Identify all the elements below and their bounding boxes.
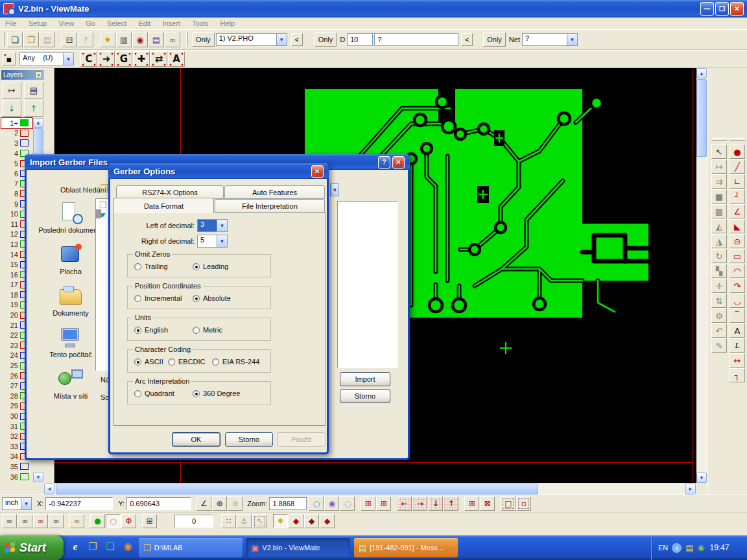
pad-select-icon[interactable]: ▪ — [3, 52, 16, 65]
radio-english[interactable]: English — [134, 326, 168, 334]
grid-value-input[interactable]: 0 — [174, 515, 213, 528]
select-g-tool[interactable]: G — [115, 51, 132, 67]
fill-pattern-tool[interactable]: ▩ — [711, 204, 727, 218]
film-tools-icon[interactable]: ▥ — [116, 32, 132, 47]
layers-panel-titlebar[interactable]: Layers x — [1, 70, 44, 80]
toolbar-grip[interactable] — [3, 32, 5, 47]
vertical-scroll-thumb[interactable] — [696, 79, 707, 157]
layer-table-icon[interactable]: ▤ — [24, 82, 43, 99]
close-icon[interactable]: ✕ — [311, 165, 324, 178]
help-icon[interactable]: ? — [378, 156, 390, 169]
grid-toggle-icon[interactable]: ⊞ — [376, 496, 391, 511]
chevron-down-icon[interactable]: ▼ — [567, 34, 577, 45]
close-icon[interactable]: ✕ — [392, 156, 405, 169]
select-cursor-tool[interactable]: ↖ — [711, 145, 727, 159]
layer-row[interactable]: 3 — [1, 138, 32, 148]
mirror-tool[interactable]: ◭ — [711, 219, 727, 233]
flip-tool[interactable]: ◮ — [711, 234, 727, 248]
minimize-button[interactable]: — — [700, 2, 714, 16]
menu-file[interactable]: File — [5, 19, 17, 27]
text-tool[interactable]: A — [729, 323, 745, 338]
board-edit-icon[interactable]: ⊠ — [480, 496, 495, 511]
tray-chevron-icon[interactable]: ‹ — [672, 543, 682, 553]
view-all-glasses-icon[interactable]: ∞ — [2, 514, 17, 528]
view-layer-glasses-icon[interactable]: ∞ — [18, 514, 32, 528]
cancel-button[interactable]: Storno — [225, 432, 273, 447]
only-dcode-toggle[interactable]: Only — [314, 32, 337, 47]
label-tool[interactable]: L — [729, 338, 745, 353]
palette-grip[interactable] — [711, 138, 727, 141]
close-icon[interactable]: x — [35, 71, 42, 78]
look-in-combobox-arrow[interactable]: ▼ — [330, 183, 339, 196]
move-points-tool[interactable]: ⇉ — [711, 174, 727, 189]
layer-row[interactable]: 35 — [1, 461, 32, 472]
icq-flower-icon[interactable]: ❀ — [698, 543, 705, 553]
explorer-folder-icon[interactable]: ❐ — [86, 539, 99, 554]
restore-button[interactable]: ❐ — [715, 2, 729, 16]
select-arrow-tool[interactable]: ➜ — [98, 51, 115, 67]
zoom-value-input[interactable]: 1.8868 — [269, 497, 307, 510]
task-viewmate[interactable]: ▣ V2.bin - ViewMate — [246, 538, 350, 557]
relative-origin-icon[interactable]: ⊕ — [228, 496, 243, 511]
chevron-down-icon[interactable]: ▼ — [276, 34, 287, 45]
menu-go[interactable]: Go — [86, 19, 95, 27]
radio-360-degree[interactable]: 360 Degree — [193, 390, 241, 397]
place-documents[interactable]: Dokumenty — [37, 285, 104, 318]
layer-color-swatch[interactable] — [20, 139, 29, 146]
layer-up-icon[interactable]: ↑ — [24, 100, 43, 117]
tile-windows-icon[interactable]: ⊞ — [142, 514, 157, 528]
new-file-icon[interactable]: ❏ — [7, 32, 23, 47]
zoom-in-icon[interactable]: ○ — [309, 496, 324, 511]
anchor-icon[interactable]: ⚓ — [237, 514, 252, 528]
layer-row[interactable]: 1+ — [1, 118, 32, 128]
settings-tool[interactable]: ⚙ — [711, 309, 727, 323]
scroll-down-icon[interactable]: ▼ — [696, 472, 707, 483]
menu-insert[interactable]: Insert — [162, 19, 180, 27]
ie-icon[interactable]: e — [69, 539, 82, 554]
draw-circle-tool[interactable]: ⊙ — [729, 234, 745, 248]
unit-combobox[interactable]: inch ▼ — [2, 497, 32, 510]
highlight-flash-icon[interactable]: ✷ — [100, 32, 115, 47]
draw-pad-s-icon[interactable]: ◆ — [304, 514, 319, 528]
measure-angle-icon[interactable]: ∠ — [196, 496, 211, 511]
chevron-down-icon[interactable]: ▼ — [331, 184, 338, 196]
draw-triangle-tool[interactable]: ◣ — [729, 219, 745, 233]
previous-dcode-button[interactable]: < — [461, 33, 473, 46]
chevron-down-icon[interactable]: ▼ — [217, 220, 227, 231]
radio-absolute[interactable]: Absolute — [193, 294, 231, 302]
film-colors-icon[interactable]: ▤ — [148, 32, 164, 47]
grid-origin-icon[interactable]: ⊞ — [361, 496, 375, 511]
undo-tool[interactable]: ↶ — [711, 323, 727, 338]
select-text-tool[interactable]: A — [168, 51, 185, 67]
draw-line-tool[interactable]: ╱ — [729, 159, 745, 174]
apply-button[interactable]: Použít — [277, 432, 326, 447]
layer-down-icon[interactable]: ↓ — [2, 100, 21, 117]
view-sketch-glasses-icon[interactable]: ∞ — [49, 514, 64, 528]
green-book-icon[interactable]: ❏ — [104, 539, 117, 554]
radio-metric[interactable]: Metric — [193, 326, 222, 334]
tab-auto-features[interactable]: Auto Features — [224, 185, 325, 199]
place-my-computer[interactable]: Tento počítač — [37, 327, 104, 359]
scroll-left-icon[interactable]: ◄ — [44, 484, 54, 495]
radio-leading[interactable]: Leading — [193, 262, 228, 270]
place-network[interactable]: Místa v síti — [37, 368, 104, 401]
menu-tools[interactable]: Tools — [192, 19, 209, 27]
task-message[interactable]: ▤ [191-482-091] - Mess... — [354, 538, 458, 557]
previous-layer-button[interactable]: < — [291, 33, 303, 46]
firefox-icon[interactable]: ◉ — [121, 539, 134, 554]
menu-help[interactable]: Help — [220, 19, 235, 27]
select-points-icon[interactable]: ▫ — [516, 496, 531, 511]
layer-row[interactable]: 2 — [1, 128, 32, 139]
highlight-off-icon[interactable]: ○ — [106, 514, 121, 528]
only-net-toggle[interactable]: Only — [483, 32, 506, 47]
radio-ascii[interactable]: ASCII — [134, 358, 163, 366]
chevron-down-icon[interactable]: ▼ — [21, 498, 31, 509]
palette-grip[interactable] — [729, 138, 745, 141]
vertical-scrollbar[interactable]: ▲ ▼ — [696, 68, 707, 483]
scroll-right-icon[interactable]: ► — [685, 484, 696, 495]
place-desktop[interactable]: Plocha — [37, 244, 104, 276]
select-c-tool[interactable]: C — [80, 51, 97, 67]
select-flash-tool[interactable]: ✚ — [133, 51, 150, 67]
tab-file-interpretation[interactable]: File Interpretation — [215, 199, 325, 213]
close-button[interactable]: ✕ — [730, 2, 744, 16]
